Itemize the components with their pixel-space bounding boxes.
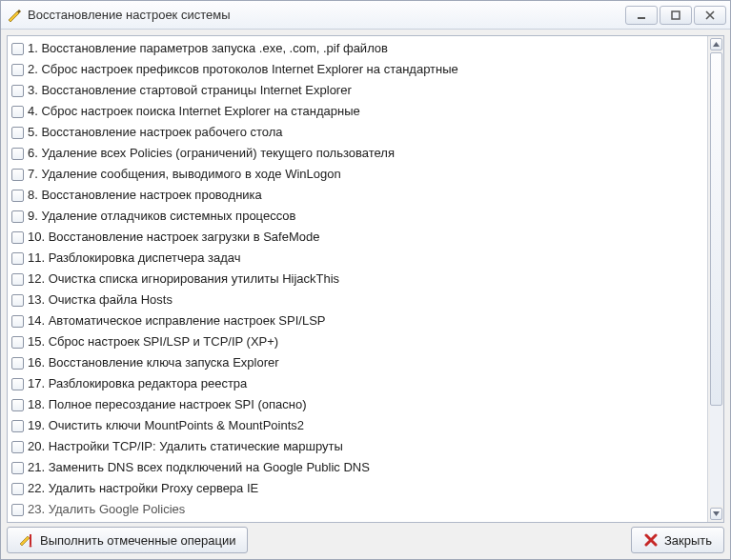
window-controls — [625, 6, 726, 25]
list-item-label: 23. Удалить Google Policies — [28, 500, 185, 519]
list-item-label: 15. Сброс настроек SPI/LSP и TCP/IP (XP+… — [28, 332, 278, 351]
checkbox[interactable] — [11, 462, 24, 474]
checkbox[interactable] — [11, 148, 24, 160]
svg-point-3 — [30, 545, 31, 547]
list-item-label: 4. Сброс настроек поиска Internet Explor… — [28, 102, 360, 121]
minimize-button[interactable] — [625, 6, 658, 25]
scroll-up-button[interactable] — [710, 38, 722, 50]
list-item-label: 10. Восстановление настроек загрузки в S… — [28, 228, 319, 247]
list-item[interactable]: 19. Очистить ключи MountPoints & MountPo… — [10, 415, 707, 436]
list-item[interactable]: 11. Разблокировка диспетчера задач — [10, 248, 707, 269]
list-item[interactable]: 12. Очистка списка игнорирования утилиты… — [10, 269, 707, 290]
checkbox[interactable] — [11, 190, 24, 202]
close-button[interactable] — [694, 6, 726, 25]
list-item-label: 22. Удалить настройки Proxy сервера IE — [28, 479, 258, 498]
maximize-button[interactable] — [660, 6, 692, 25]
checkbox[interactable] — [11, 85, 24, 97]
list-item[interactable]: 1. Восстановление параметров запуска .ex… — [10, 38, 707, 59]
list-item-label: 19. Очистить ключи MountPoints & MountPo… — [28, 416, 304, 435]
options-list: 1. Восстановление параметров запуска .ex… — [7, 35, 724, 523]
checkbox[interactable] — [11, 504, 24, 516]
checkbox[interactable] — [11, 483, 24, 495]
window-frame: Восстановление настроек системы 1. Восст… — [0, 0, 731, 560]
list-item-label: 13. Очистка файла Hosts — [28, 290, 173, 310]
checkbox[interactable] — [11, 357, 24, 370]
vertical-scrollbar[interactable] — [707, 36, 723, 522]
list-item[interactable]: 2. Сброс настроек префиксов протоколов I… — [10, 59, 707, 80]
list-item[interactable]: 9. Удаление отладчиков системных процесс… — [10, 206, 707, 227]
list-item-label: 3. Восстановление стартовой страницы Int… — [28, 81, 352, 100]
list-item-label: 7. Удаление сообщения, выводимого в ходе… — [28, 165, 341, 184]
list-item[interactable]: 21. Заменить DNS всех подключений на Goo… — [10, 457, 707, 478]
close-dialog-button[interactable]: Закрыть — [631, 527, 724, 553]
list-item[interactable]: 5. Восстановление настроек рабочего стол… — [10, 122, 707, 143]
checkbox[interactable] — [11, 273, 24, 286]
list-item[interactable]: 20. Настройки TCP/IP: Удалить статически… — [10, 436, 707, 457]
list-item-label: 5. Восстановление настроек рабочего стол… — [28, 123, 283, 142]
list-item-label: 14. Автоматическое исправление настроек … — [28, 311, 325, 330]
checkbox[interactable] — [11, 210, 24, 223]
list-item[interactable]: 10. Восстановление настроек загрузки в S… — [10, 227, 707, 248]
list-item-label: 8. Восстановление настроек проводника — [28, 186, 262, 205]
list-item[interactable]: 16. Восстановление ключа запуска Explore… — [10, 352, 707, 373]
checkbox[interactable] — [11, 169, 24, 181]
checkbox[interactable] — [11, 294, 24, 307]
list-item-label: 17. Разблокировка редактора реестра — [28, 374, 247, 393]
list-item-label: 2. Сброс настроек префиксов протоколов I… — [28, 60, 458, 79]
checkbox[interactable] — [11, 336, 24, 349]
list-item-label: 12. Очистка списка игнорирования утилиты… — [28, 270, 339, 289]
checkbox[interactable] — [11, 106, 24, 118]
svg-rect-0 — [638, 17, 645, 19]
list-item[interactable]: 15. Сброс настроек SPI/LSP и TCP/IP (XP+… — [10, 331, 707, 352]
list-item[interactable]: 6. Удаление всех Policies (ограничений) … — [10, 143, 707, 164]
svg-rect-2 — [30, 534, 31, 545]
list-item[interactable]: 14. Автоматическое исправление настроек … — [10, 310, 707, 331]
list-item-label: 21. Заменить DNS всех подключений на Goo… — [28, 458, 370, 477]
footer: Выполнить отмеченные операции Закрыть — [7, 527, 724, 553]
list-item-label: 1. Восстановление параметров запуска .ex… — [28, 39, 388, 58]
close-button-label: Закрыть — [664, 533, 712, 548]
list-item[interactable]: 8. Восстановление настроек проводника — [10, 185, 707, 206]
close-icon — [643, 532, 659, 548]
footer-spacer — [254, 527, 624, 553]
list-item-label: 11. Разблокировка диспетчера задач — [28, 249, 240, 268]
list-item-label: 9. Удаление отладчиков системных процесс… — [28, 207, 295, 226]
list-item[interactable]: 23. Удалить Google Policies — [10, 499, 707, 520]
list-item-label: 18. Полное пересоздание настроек SPI (оп… — [28, 395, 307, 414]
list-viewport[interactable]: 1. Восстановление параметров запуска .ex… — [8, 36, 707, 522]
execute-icon — [19, 532, 34, 548]
checkbox[interactable] — [11, 231, 24, 244]
checkbox[interactable] — [11, 441, 24, 453]
list-item-label: 20. Настройки TCP/IP: Удалить статически… — [28, 437, 343, 456]
body-area: 1. Восстановление параметров запуска .ex… — [1, 30, 730, 559]
list-item[interactable]: 22. Удалить настройки Proxy сервера IE — [10, 478, 707, 499]
list-item[interactable]: 7. Удаление сообщения, выводимого в ходе… — [10, 164, 707, 185]
window-title: Восстановление настроек системы — [28, 8, 619, 22]
checkbox[interactable] — [11, 399, 24, 411]
checkbox[interactable] — [11, 420, 24, 432]
titlebar[interactable]: Восстановление настроек системы — [1, 1, 730, 30]
list-item-label: 16. Восстановление ключа запуска Explore… — [28, 353, 279, 372]
list-item[interactable]: 18. Полное пересоздание настроек SPI (оп… — [10, 394, 707, 415]
checkbox[interactable] — [11, 378, 24, 390]
list-item-label: 6. Удаление всех Policies (ограничений) … — [28, 144, 395, 163]
checkbox[interactable] — [11, 64, 24, 76]
list-item[interactable]: 4. Сброс настроек поиска Internet Explor… — [10, 101, 707, 122]
list-item[interactable]: 17. Разблокировка редактора реестра — [10, 373, 707, 394]
checkbox[interactable] — [11, 43, 24, 55]
execute-button[interactable]: Выполнить отмеченные операции — [7, 527, 248, 553]
app-icon — [7, 8, 22, 23]
checkbox[interactable] — [11, 315, 24, 328]
scroll-track[interactable] — [710, 52, 722, 506]
checkbox[interactable] — [11, 252, 24, 265]
list-item[interactable]: 13. Очистка файла Hosts — [10, 290, 707, 310]
scroll-thumb[interactable] — [710, 52, 722, 406]
checkbox[interactable] — [11, 127, 24, 139]
scroll-down-button[interactable] — [710, 508, 722, 520]
execute-button-label: Выполнить отмеченные операции — [40, 533, 235, 548]
svg-rect-1 — [672, 11, 680, 19]
list-item[interactable]: 3. Восстановление стартовой страницы Int… — [10, 80, 707, 101]
